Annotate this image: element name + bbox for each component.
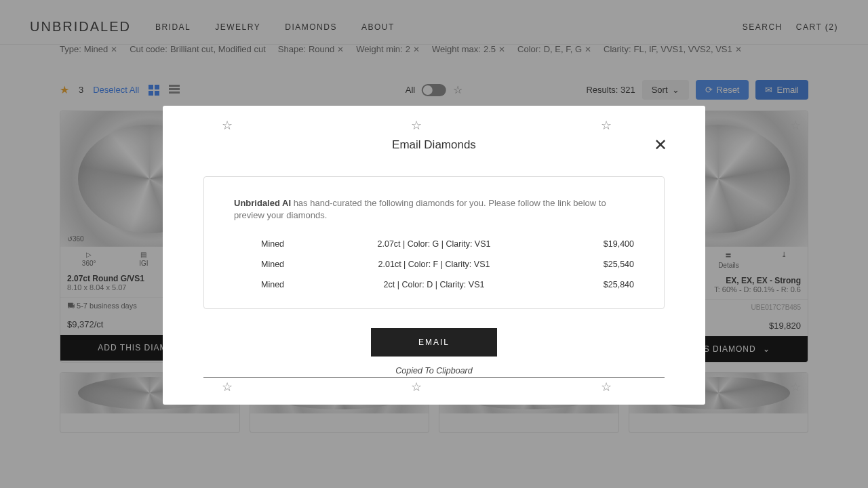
modal-intro: Unbridaled AI has hand-curated the follo… — [234, 197, 634, 222]
modal-content: Unbridaled AI has hand-curated the follo… — [203, 176, 665, 309]
close-icon[interactable]: ✕ — [654, 136, 667, 155]
favorite-icon[interactable]: ☆ — [222, 118, 233, 133]
favorite-icon[interactable]: ☆ — [601, 118, 612, 133]
favorite-icon[interactable]: ☆ — [790, 118, 801, 133]
copied-to-clipboard[interactable]: Copied To Clipboard — [203, 366, 665, 378]
modal-row: Mined 2ct | Color: D | Clarity: VS1 $25,… — [234, 274, 634, 295]
favorite-icon[interactable]: ☆ — [601, 380, 612, 394]
favorite-icon[interactable]: ☆ — [411, 380, 422, 394]
favorite-icon[interactable]: ☆ — [222, 380, 233, 394]
favorite-icon[interactable]: ☆ — [790, 380, 801, 394]
modal-actions: EMAIL Copied To Clipboard — [203, 328, 665, 378]
modal-title: Email Diamonds — [203, 138, 665, 152]
email-diamonds-modal: Email Diamonds ✕ Unbridaled AI has hand-… — [163, 106, 705, 405]
modal-email-button[interactable]: EMAIL — [371, 328, 497, 357]
modal-overlay[interactable]: Email Diamonds ✕ Unbridaled AI has hand-… — [0, 0, 868, 488]
favorite-icon[interactable]: ☆ — [411, 118, 422, 133]
modal-row: Mined 2.07ct | Color: G | Clarity: VS1 $… — [234, 234, 634, 254]
modal-row: Mined 2.01ct | Color: F | Clarity: VS1 $… — [234, 254, 634, 274]
